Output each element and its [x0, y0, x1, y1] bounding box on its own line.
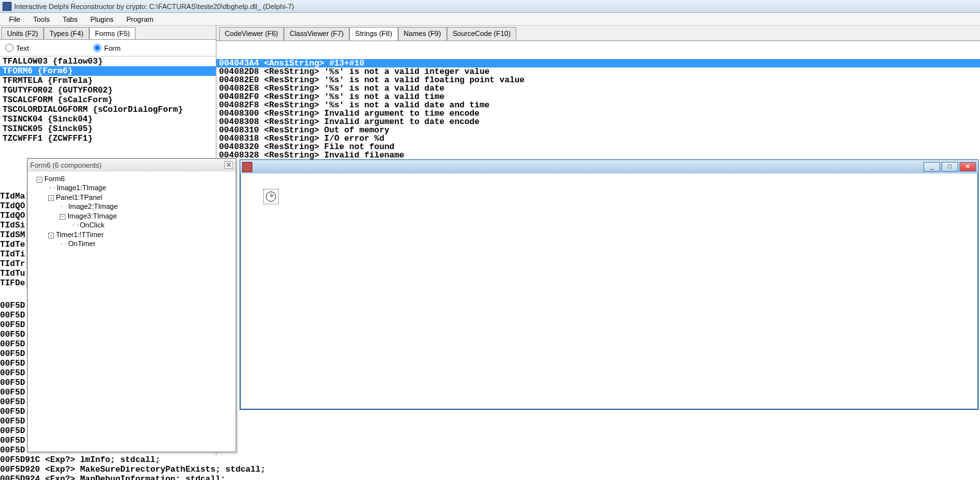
minimize-button[interactable]: _ — [923, 162, 940, 172]
window-title: Interactive Delphi Reconstructor by cryp… — [14, 3, 294, 10]
close-button[interactable]: ✕ — [959, 162, 976, 172]
tree-node-label: OnClick — [80, 221, 105, 229]
export-code: 00F5D91C <Exp?> lmInfo; stdcall;00F5D920… — [0, 455, 980, 480]
type-stub-row: TIdTe — [0, 240, 26, 249]
addr-stub-row: 00F5D — [0, 310, 27, 320]
clock-icon — [266, 191, 276, 202]
designer-canvas[interactable] — [241, 173, 977, 409]
form-icon — [242, 162, 252, 172]
title-bar: Interactive Delphi Reconstructor by cryp… — [0, 0, 980, 13]
app-icon — [3, 2, 12, 11]
maximize-button[interactable]: □ — [941, 162, 958, 172]
string-row[interactable]: 00408328 <ResString> Invalid filename — [216, 151, 980, 159]
right-tabs: CodeViewer (F6)ClassViewer (F7)Strings (… — [216, 26, 980, 41]
tab-names[interactable]: Names (F9) — [398, 27, 447, 40]
address-stub: 00F5D00F5D00F5D00F5D00F5D00F5D00F5D00F5D… — [0, 301, 27, 455]
types-list-stub: TIdMaTIdQOTIdQOTIdSiTIdSMTIdTeTIdTiTIdTr… — [0, 191, 27, 288]
left-tabs: Units (F2)Types (F4)Forms (F5) — [0, 26, 216, 40]
form-row[interactable]: TFORM6 {Form6} — [0, 66, 216, 76]
view-mode-radios: Text Form — [0, 40, 216, 57]
tab-units[interactable]: Units (F2) — [1, 27, 44, 39]
tree-close-button[interactable]: ✕ — [224, 161, 233, 169]
form-row[interactable]: TSINCK05 {Sinck05} — [0, 124, 216, 134]
addr-stub-row: 00F5D — [0, 359, 27, 368]
type-stub-row: TIdSi — [0, 220, 26, 230]
tree-node-label: Form6 — [44, 175, 65, 182]
tree-expand-icon[interactable]: - — [60, 214, 66, 220]
addr-stub-row: 00F5D — [0, 378, 27, 387]
menu-file[interactable]: File — [3, 14, 27, 24]
type-stub-row: TIdTu — [0, 269, 26, 278]
tree-expand-icon[interactable]: - — [37, 177, 42, 182]
addr-stub-row: 00F5D — [0, 426, 27, 436]
tree-node[interactable]: -Panel1:TPanel — [30, 193, 233, 202]
addr-stub-row: 00F5D — [0, 330, 27, 339]
addr-stub-row: 00F5D — [0, 397, 27, 407]
tree-node[interactable]: ·· OnClick — [30, 220, 233, 230]
tab-forms[interactable]: Forms (F5) — [89, 27, 136, 39]
tree-expand-icon[interactable]: - — [48, 233, 54, 238]
tab-codeviewer[interactable]: CodeViewer (F6) — [219, 27, 284, 40]
addr-stub-row: 00F5D — [0, 368, 27, 378]
tree-node-label: Image3:TImage — [67, 212, 117, 220]
type-stub-row: TIdQO — [0, 211, 26, 220]
form-designer-window[interactable]: _ □ ✕ — [240, 159, 979, 410]
menu-program[interactable]: Program — [120, 14, 160, 24]
addr-stub-row: 00F5D — [0, 301, 27, 310]
timer-component-icon[interactable] — [263, 189, 279, 204]
component-tree-window[interactable]: Form6 (6 components) ✕ -Form6·· Image1:T… — [27, 158, 236, 452]
form-row[interactable]: TFALLOW03 {fallow03} — [0, 57, 216, 66]
tree-node-label: Image2:TImage — [68, 202, 118, 210]
type-stub-row: TIdTi — [0, 249, 26, 259]
addr-stub-row: 00F5D — [0, 339, 27, 349]
tab-classviewer[interactable]: ClassViewer (F7) — [284, 27, 349, 40]
addr-stub-row: 00F5D — [0, 436, 27, 445]
tab-sourcecode[interactable]: SourceCode (F10) — [447, 27, 517, 40]
tree-node[interactable]: ·· OnTimer — [30, 239, 233, 249]
tab-types[interactable]: Types (F4) — [44, 27, 89, 39]
form-row[interactable]: TSCOLORDIALOGFORM {sColorDialogForm} — [0, 105, 216, 114]
type-stub-row: TIdMa — [0, 191, 26, 201]
code-row: 00F5D920 <Exp?> MakeSureDirectoryPathExi… — [0, 465, 980, 474]
addr-stub-row: 00F5D — [0, 349, 27, 359]
tree-node-label: Timer1:!TTimer — [56, 231, 103, 238]
tab-strings[interactable]: Strings (F8) — [349, 27, 398, 40]
type-stub-row: TIFDe — [0, 278, 26, 288]
designer-titlebar[interactable]: _ □ ✕ — [240, 159, 979, 173]
addr-stub-row: 00F5D — [0, 387, 27, 397]
type-stub-row: TIdQO — [0, 201, 26, 211]
tree-body[interactable]: -Form6·· Image1:TImage-Panel1:TPanel·· I… — [28, 172, 236, 251]
type-stub-row: TIdSM — [0, 230, 26, 240]
menu-tools[interactable]: Tools — [27, 14, 57, 24]
form-row[interactable]: TFRMTELA {FrmTela} — [0, 76, 216, 85]
tree-node-label: Panel1:TPanel — [56, 193, 102, 201]
form-row[interactable]: TSINCK04 {Sinck04} — [0, 114, 216, 124]
tree-node[interactable]: ·· Image1:TImage — [30, 183, 233, 193]
tree-node-label: OnTimer — [68, 240, 95, 247]
radio-form[interactable]: Form — [93, 44, 121, 52]
tree-expand-icon[interactable]: - — [48, 195, 54, 201]
form-row[interactable]: TZCWFFF1 {ZCWFFF1} — [0, 134, 216, 143]
form-row[interactable]: TGUTYFOR02 {GUTYFOR02} — [0, 85, 216, 95]
menu-tabs[interactable]: Tabs — [56, 14, 83, 24]
code-row: 00F5D91C <Exp?> lmInfo; stdcall; — [0, 455, 980, 465]
type-stub-row: TIdTr — [0, 259, 26, 269]
addr-stub-row: 00F5D — [0, 445, 27, 455]
form-row[interactable]: TSCALCFORM {sCalcForm} — [0, 95, 216, 105]
code-row: 00F5D924 <Exp?> MapDebugInformation; std… — [0, 474, 980, 480]
tree-title-text: Form6 (6 components) — [30, 161, 101, 169]
menu-plugins[interactable]: Plugins — [84, 14, 120, 24]
radio-text[interactable]: Text — [5, 44, 29, 52]
tree-node[interactable]: -Timer1:!TTimer — [30, 230, 233, 239]
addr-stub-row: 00F5D — [0, 416, 27, 426]
menu-bar: FileToolsTabsPluginsProgram — [0, 13, 980, 26]
tree-titlebar[interactable]: Form6 (6 components) ✕ — [28, 159, 236, 172]
tree-node[interactable]: -Form6 — [30, 174, 233, 183]
tree-node[interactable]: -Image3:TImage — [30, 211, 233, 220]
tree-node[interactable]: ·· Image2:TImage — [30, 202, 233, 211]
addr-stub-row: 00F5D — [0, 407, 27, 416]
tree-node-label: Image1:TImage — [57, 184, 106, 191]
addr-stub-row: 00F5D — [0, 320, 27, 330]
